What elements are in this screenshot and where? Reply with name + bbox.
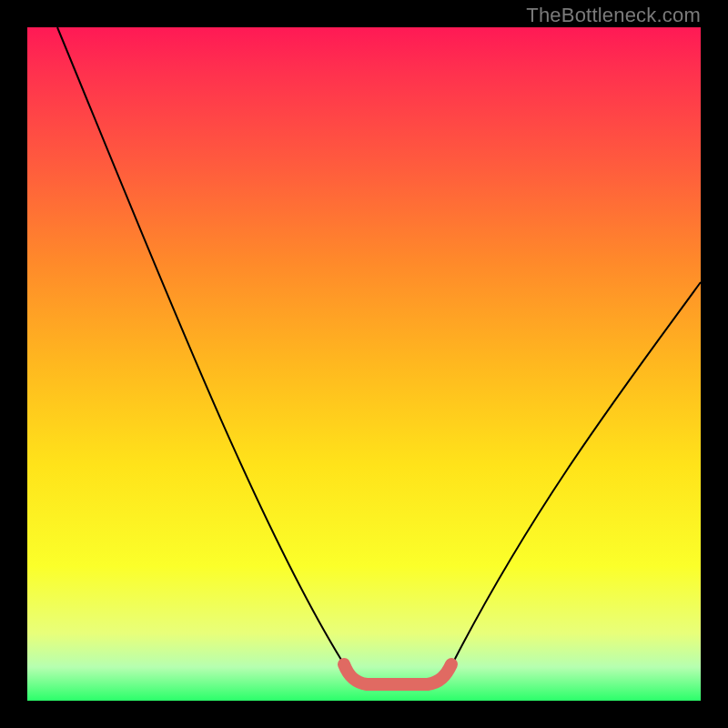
watermark-text: TheBottleneck.com xyxy=(526,4,701,27)
plot-area xyxy=(27,27,701,701)
curve-svg xyxy=(27,27,701,701)
bottleneck-curve xyxy=(57,27,701,681)
trough-marker xyxy=(344,664,451,684)
chart-frame: TheBottleneck.com xyxy=(0,0,728,728)
